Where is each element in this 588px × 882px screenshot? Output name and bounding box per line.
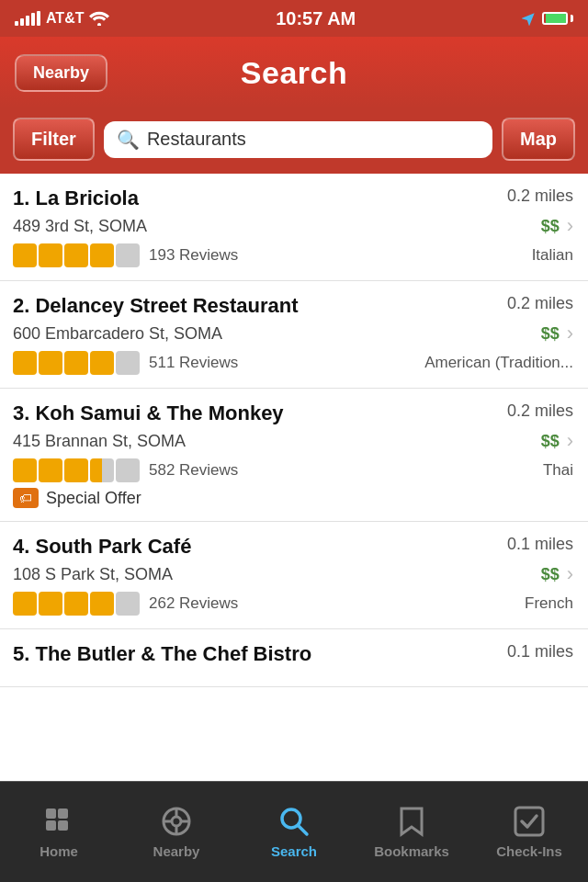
- carrier-label: AT&T: [46, 10, 84, 27]
- item-price: $$: [541, 217, 560, 236]
- bar2: [20, 18, 24, 26]
- item-reviews: 582 Reviews: [149, 461, 238, 480]
- battery: [542, 12, 573, 25]
- svg-point-6: [172, 817, 181, 826]
- tab-home[interactable]: Home: [0, 782, 118, 882]
- item-distance: 0.1 miles: [507, 535, 573, 554]
- chevron-icon: ›: [567, 322, 573, 345]
- home-icon: [42, 805, 75, 838]
- star: [13, 592, 37, 616]
- search-input-wrap[interactable]: 🔍: [104, 121, 492, 158]
- tab-checkins[interactable]: Check-Ins: [470, 782, 588, 882]
- star: [116, 592, 140, 616]
- status-time: 10:57 AM: [276, 8, 356, 29]
- list-item[interactable]: 4. South Park Café 0.1 miles 108 S Park …: [0, 522, 588, 629]
- tab-checkins-label: Check-Ins: [496, 843, 562, 859]
- bar4: [31, 13, 35, 26]
- svg-rect-1: [46, 808, 56, 819]
- nearby-button[interactable]: Nearby: [15, 54, 107, 92]
- svg-rect-2: [58, 808, 68, 819]
- star: [90, 458, 114, 482]
- bar5: [37, 11, 40, 26]
- bar3: [26, 16, 29, 26]
- svg-point-0: [97, 23, 101, 26]
- item-name: 1. La Briciola: [13, 187, 498, 210]
- star: [39, 458, 62, 482]
- tab-home-label: Home: [40, 843, 78, 859]
- star: [116, 458, 140, 482]
- tab-bookmarks-label: Bookmarks: [374, 843, 449, 859]
- item-stars: [13, 351, 140, 375]
- tab-search[interactable]: Search: [235, 782, 353, 882]
- item-reviews: 511 Reviews: [149, 354, 238, 372]
- item-name: 2. Delancey Street Restaurant: [13, 294, 498, 318]
- list-item[interactable]: 3. Koh Samui & The Monkey 0.2 miles 415 …: [0, 389, 588, 522]
- item-price: $$: [541, 565, 560, 584]
- nearby-icon: [160, 805, 193, 838]
- star: [116, 351, 140, 375]
- search-bar: Filter 🔍 Map: [0, 108, 588, 174]
- list-item[interactable]: 1. La Briciola 0.2 miles 489 3rd St, SOM…: [0, 174, 588, 281]
- item-reviews: 262 Reviews: [149, 594, 238, 613]
- svg-rect-13: [515, 808, 543, 835]
- tab-nearby-label: Nearby: [153, 843, 200, 859]
- search-tab-icon: [277, 805, 311, 838]
- svg-line-12: [299, 826, 308, 835]
- item-distance: 0.1 miles: [507, 642, 573, 662]
- tab-bar: Home Nearby Search Bookmarks Check-Ins: [0, 781, 588, 882]
- star: [64, 458, 88, 482]
- item-name: 3. Koh Samui & The Monkey: [13, 401, 498, 425]
- item-category: Thai: [543, 461, 573, 480]
- item-name: 5. The Butler & The Chef Bistro: [13, 642, 498, 666]
- status-bar: AT&T 10:57 AM: [0, 0, 588, 37]
- chevron-icon: ›: [567, 429, 573, 453]
- star: [13, 458, 37, 482]
- svg-rect-4: [58, 820, 68, 831]
- svg-rect-3: [46, 820, 56, 831]
- item-name: 4. South Park Café: [13, 535, 498, 559]
- item-address: 600 Embarcadero St, SOMA: [13, 324, 222, 344]
- location-icon: [522, 11, 537, 26]
- tab-nearby[interactable]: Nearby: [118, 782, 235, 882]
- item-address: 489 3rd St, SOMA: [13, 217, 147, 236]
- star: [39, 351, 62, 375]
- item-stars: [13, 458, 140, 482]
- tab-search-label: Search: [271, 843, 317, 859]
- item-category: American (Tradition...: [424, 354, 573, 372]
- item-category: French: [525, 594, 573, 613]
- chevron-icon: ›: [567, 214, 573, 238]
- special-offer-label: Special Offer: [46, 489, 141, 508]
- tab-bookmarks[interactable]: Bookmarks: [353, 782, 470, 882]
- wifi-icon: [89, 11, 109, 26]
- star: [13, 243, 37, 267]
- chevron-icon: ›: [567, 562, 573, 586]
- star: [116, 243, 140, 267]
- search-icon: 🔍: [117, 129, 140, 151]
- filter-button[interactable]: Filter: [13, 118, 95, 161]
- map-button[interactable]: Map: [502, 118, 575, 161]
- results-list: 1. La Briciola 0.2 miles 489 3rd St, SOM…: [0, 174, 588, 789]
- battery-tip: [571, 15, 573, 22]
- special-offer: 🏷 Special Offer: [13, 488, 573, 508]
- item-category: Italian: [532, 246, 573, 265]
- header-title: Search: [241, 55, 347, 91]
- list-item[interactable]: 5. The Butler & The Chef Bistro 0.1 mile…: [0, 629, 588, 687]
- battery-fill: [546, 14, 566, 23]
- star: [39, 592, 62, 616]
- item-distance: 0.2 miles: [507, 187, 573, 206]
- star: [90, 243, 114, 267]
- search-input[interactable]: [147, 129, 480, 150]
- item-right-info: $$ ›: [541, 562, 573, 586]
- item-stars: [13, 592, 140, 616]
- star: [64, 243, 88, 267]
- list-item[interactable]: 2. Delancey Street Restaurant 0.2 miles …: [0, 281, 588, 389]
- bookmarks-icon: [398, 805, 425, 838]
- battery-body: [542, 12, 568, 25]
- header: Nearby Search: [0, 37, 588, 108]
- star: [39, 243, 62, 267]
- item-price: $$: [541, 432, 560, 451]
- item-price: $$: [541, 324, 560, 344]
- star: [13, 351, 37, 375]
- special-offer-icon: 🏷: [13, 488, 39, 508]
- signal-bars: [15, 11, 40, 26]
